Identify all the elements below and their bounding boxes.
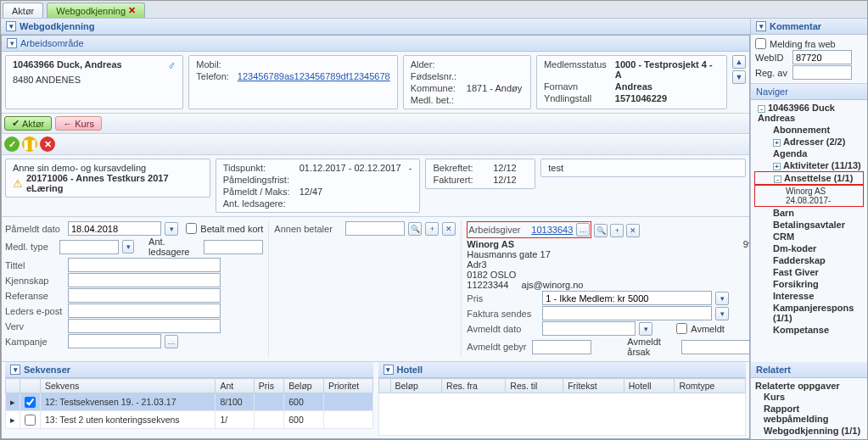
- sequence-row[interactable]: ▸ 13: Test 2 uten konteringssekvens 1/ 6…: [6, 411, 373, 429]
- nav-item[interactable]: +Adresser (2/2): [754, 136, 864, 148]
- approve-icon[interactable]: ✓: [4, 136, 20, 152]
- navigate-header: Naviger: [751, 84, 867, 100]
- col-ant[interactable]: Ant: [216, 379, 254, 393]
- knowledge-input[interactable]: [68, 273, 221, 287]
- scroll-up-icon[interactable]: ▲: [732, 55, 746, 69]
- unreg-checkbox[interactable]: [676, 323, 687, 334]
- add-icon[interactable]: +: [610, 224, 624, 237]
- collapse-icon[interactable]: ▾: [756, 21, 766, 31]
- row-check[interactable]: [25, 415, 36, 426]
- dropdown-icon[interactable]: ▾: [715, 292, 729, 305]
- pause-icon[interactable]: ❚❚: [22, 136, 37, 152]
- related-item[interactable]: Kurs: [755, 391, 863, 403]
- unreg-fee-input[interactable]: [532, 340, 591, 354]
- collapse-icon[interactable]: ▾: [7, 38, 17, 48]
- col-sekvens[interactable]: Sekvens: [41, 379, 216, 393]
- campaign-input[interactable]: [68, 334, 161, 348]
- time-value: 01.12.2017 - 02.12.2017: [300, 163, 401, 173]
- col-romtype[interactable]: Romtype: [675, 379, 746, 393]
- nav-item[interactable]: Kompetanse: [754, 324, 864, 336]
- nav-subitem[interactable]: Winorg AS 24.08.2017-: [754, 185, 864, 207]
- row-check[interactable]: [25, 397, 36, 408]
- nav-item[interactable]: Kampanjerespons (1/1): [754, 302, 864, 324]
- dropdown-icon[interactable]: ▾: [715, 307, 729, 320]
- tab-webgodkjenning[interactable]: Webgodkjenning ✕: [47, 3, 145, 18]
- verv-input[interactable]: [68, 319, 221, 333]
- unreg-date-input[interactable]: [542, 321, 636, 336]
- hotel-row[interactable]: [378, 393, 746, 436]
- collapse-icon[interactable]: ▾: [6, 21, 16, 31]
- add-icon[interactable]: +: [425, 222, 439, 236]
- nav-item[interactable]: Agenda: [754, 148, 864, 159]
- other-payer-input[interactable]: [345, 221, 405, 236]
- aktor-button[interactable]: ✔ Aktør: [4, 116, 52, 131]
- reference-input[interactable]: [68, 288, 221, 303]
- collapse-icon[interactable]: ▾: [10, 365, 20, 375]
- course-title: 20171006 - Annes Testkurs 2017 eLæring: [26, 173, 203, 193]
- nav-item[interactable]: Betalingsavtaler: [754, 219, 864, 231]
- calendar-icon[interactable]: ▾: [639, 322, 652, 336]
- col-fritekst[interactable]: Fritekst: [563, 379, 624, 393]
- close-icon[interactable]: ✕: [128, 5, 136, 16]
- lookup-icon[interactable]: …: [165, 335, 178, 348]
- clear-icon[interactable]: ✕: [442, 222, 456, 236]
- col-belop[interactable]: Beløp: [284, 379, 324, 393]
- nav-item[interactable]: Dm-koder: [754, 242, 864, 254]
- col-belop[interactable]: Beløp: [390, 379, 442, 393]
- collapse-icon[interactable]: ▾: [384, 365, 394, 375]
- companions-input[interactable]: [204, 240, 263, 254]
- scroll-down-icon[interactable]: ▼: [732, 70, 746, 84]
- dropdown-icon[interactable]: ▾: [122, 240, 134, 253]
- nav-item[interactable]: Fast Giver: [754, 266, 864, 278]
- paid-card-checkbox[interactable]: [186, 223, 197, 234]
- col-pris[interactable]: Pris: [254, 379, 283, 393]
- kurs-button[interactable]: ← Kurs: [55, 116, 102, 131]
- nav-item[interactable]: CRM: [754, 231, 864, 242]
- nav-item[interactable]: Barn: [754, 207, 864, 219]
- lookup-icon[interactable]: …: [576, 223, 590, 237]
- employer-phone: 11223344: [467, 280, 508, 290]
- lookup-icon[interactable]: 🔍: [408, 222, 422, 236]
- employer-city: 0182 OSLO: [467, 270, 516, 280]
- firstname-value: Andreas: [615, 81, 720, 92]
- deadline-label: Påmeldingsfrist:: [223, 175, 291, 185]
- msg-checkbox[interactable]: [755, 38, 766, 49]
- related-item[interactable]: Webgodkjenning (1/1): [755, 425, 863, 437]
- memtype-input[interactable]: [59, 240, 119, 254]
- invoice-to-input[interactable]: [542, 306, 712, 320]
- nav-item[interactable]: +Aktiviteter (11/13): [754, 159, 864, 171]
- col-restil[interactable]: Res. til: [506, 379, 563, 393]
- tab-aktor[interactable]: Aktør: [3, 3, 43, 18]
- price-input[interactable]: [542, 291, 712, 305]
- phone-link[interactable]: 123456789as123456789df12345678: [238, 71, 390, 81]
- calendar-icon[interactable]: ▾: [165, 222, 178, 236]
- col-hotell[interactable]: Hotell: [624, 379, 675, 393]
- col-prioritet[interactable]: Prioritet: [324, 379, 373, 393]
- col-resfra[interactable]: Res. fra: [442, 379, 506, 393]
- page-title: Webgodkjenning: [20, 21, 94, 31]
- nav-item[interactable]: Interesse: [754, 290, 864, 302]
- clear-icon[interactable]: ✕: [626, 224, 640, 237]
- registered-date-input[interactable]: [68, 221, 161, 236]
- nav-item[interactable]: Fadderskap: [754, 254, 864, 266]
- employer-id-link[interactable]: 10133643: [531, 225, 573, 235]
- webid-input[interactable]: [792, 50, 852, 64]
- sequence-row[interactable]: ▸ 12: Testsekvensen 19. - 21.03.17 8/100…: [6, 393, 373, 411]
- lookup-icon[interactable]: 🔍: [594, 224, 608, 237]
- nav-item[interactable]: Abonnement: [754, 124, 864, 136]
- expand-icon[interactable]: ▸: [6, 393, 20, 411]
- favnum-label: Yndlingstall: [544, 93, 607, 103]
- expand-icon[interactable]: ▸: [6, 411, 20, 429]
- nav-item[interactable]: -Ansettelse (1/1): [754, 171, 864, 185]
- unreg-reason-label: Avmeldt årsak: [627, 337, 678, 357]
- reject-icon[interactable]: ✕: [40, 136, 55, 152]
- navigate-title: Naviger: [756, 86, 788, 97]
- regav-input[interactable]: [792, 65, 852, 80]
- related-item[interactable]: Rapport webpåmelding: [755, 403, 863, 425]
- unreg-reason-input[interactable]: [681, 340, 749, 354]
- nav-root[interactable]: -10463966 Duck Andreas: [754, 102, 864, 124]
- other-payer-label: Annen betaler: [274, 224, 342, 234]
- leader-email-input[interactable]: [68, 304, 221, 318]
- title-input[interactable]: [68, 258, 221, 272]
- nav-item[interactable]: Forsikring: [754, 278, 864, 290]
